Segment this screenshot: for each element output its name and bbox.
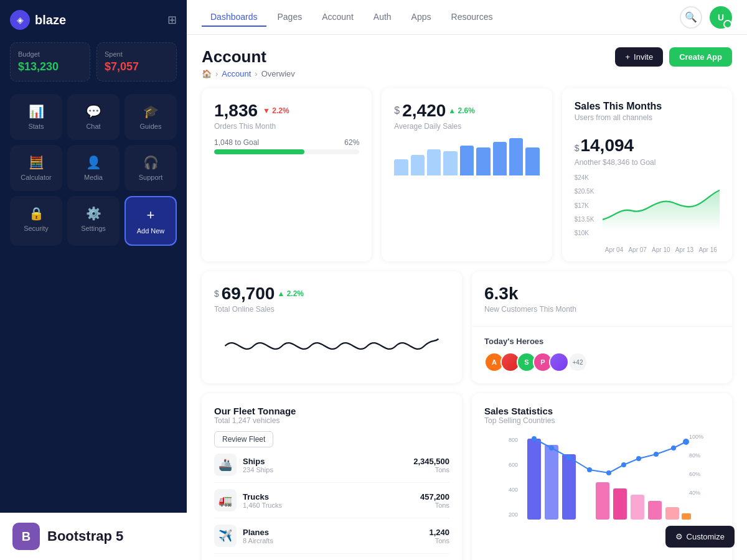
- svg-point-18: [621, 462, 626, 467]
- svg-text:100%: 100%: [689, 434, 703, 440]
- online-dollar: $: [214, 289, 219, 299]
- guides-label: Guides: [140, 123, 162, 130]
- review-fleet-button[interactable]: Review Fleet: [214, 431, 273, 447]
- budget-label: Budget: [18, 50, 82, 58]
- plane-icon: ✈️: [214, 525, 237, 547]
- orders-label: Orders This Month: [214, 122, 359, 131]
- settings-icon: ⚙️: [86, 206, 101, 221]
- online-sales-top: $ 69,700 ▲ 2.2% Total Online Sales: [202, 271, 462, 383]
- daily-sales-label: Average Daily Sales: [394, 122, 539, 131]
- nav-grid: 📊 Stats 💬 Chat 🎓 Guides 🧮 Calculator 👤 M…: [10, 94, 177, 246]
- sidebar-item-stats[interactable]: 📊 Stats: [10, 94, 62, 140]
- bar-6: [476, 147, 490, 175]
- breadcrumb-home[interactable]: 🏠: [202, 69, 212, 78]
- svg-point-19: [636, 456, 641, 461]
- breadcrumb: 🏠 › Account › Overwiev: [202, 69, 295, 78]
- ships-unit: Tons: [413, 466, 449, 474]
- x-label-2: Apr 07: [628, 246, 646, 253]
- online-sales-card: $ 69,700 ▲ 2.2% Total Online Sales: [202, 271, 462, 383]
- add-new-label: Add New: [137, 227, 165, 235]
- nav-link-apps[interactable]: Apps: [403, 8, 440, 27]
- customize-icon: ⚙: [675, 532, 683, 541]
- add-new-icon: +: [147, 207, 155, 223]
- page-content: Account 🏠 › Account › Overwiev + Invite …: [187, 35, 747, 560]
- sidebar-item-chat[interactable]: 💬 Chat: [67, 94, 120, 140]
- top-nav-links: Dashboards Pages Account Auth Apps Resou…: [202, 8, 501, 27]
- planes-name: Planes: [243, 528, 273, 537]
- mini-bar-chart: [394, 138, 539, 175]
- trucks-count: 1,460 Trucks: [243, 502, 282, 509]
- sidebar-item-calculator[interactable]: 🧮 Calculator: [10, 145, 62, 191]
- customers-value: 6.3k: [484, 284, 519, 303]
- spent-label: Spent: [105, 50, 169, 58]
- search-button[interactable]: 🔍: [680, 6, 702, 29]
- trucks-value: 457,200: [420, 492, 449, 502]
- planes-unit: Tons: [429, 537, 449, 544]
- hero-5: [549, 352, 569, 372]
- orders-change: ▼ 2.2%: [263, 106, 289, 115]
- svg-rect-11: [665, 507, 679, 520]
- svg-rect-8: [613, 488, 627, 520]
- progress-bar-fill: [214, 149, 304, 154]
- customize-label: Customize: [687, 532, 725, 541]
- daily-sales-change: ▲ 2.6%: [448, 106, 475, 115]
- sidebar-item-add-new[interactable]: + Add New: [125, 196, 177, 246]
- stats-row-1: 1,836 ▼ 2.2% Orders This Month 1,048 to …: [202, 88, 732, 261]
- user-avatar[interactable]: U: [710, 6, 732, 29]
- sidebar-item-support[interactable]: 🎧 Support: [125, 145, 177, 191]
- svg-point-21: [671, 446, 676, 450]
- bar-9: [525, 147, 539, 175]
- goal-pct: 62%: [344, 138, 359, 147]
- y-label-2: $20.5K: [575, 188, 603, 195]
- nav-link-resources[interactable]: Resources: [443, 8, 502, 27]
- heroes-label: Today's Heroes: [484, 337, 720, 346]
- media-label: Media: [84, 174, 103, 181]
- nav-link-pages[interactable]: Pages: [269, 8, 311, 27]
- budget-value: $13,230: [18, 60, 82, 73]
- svg-point-20: [654, 452, 659, 457]
- bar-7: [493, 142, 507, 175]
- bar-8: [509, 138, 523, 175]
- online-sales-label: Total Online Sales: [214, 305, 449, 314]
- sidebar-item-media[interactable]: 👤 Media: [67, 145, 120, 191]
- chat-icon: 💬: [86, 104, 101, 119]
- sidebar-item-security[interactable]: 🔒 Security: [10, 196, 62, 246]
- nav-link-dashboards[interactable]: Dashboards: [202, 8, 266, 27]
- y-label-5: $10K: [575, 230, 603, 236]
- orders-progress: 1,048 to Goal 62%: [214, 138, 359, 154]
- sidebar-logo: ◈ blaze: [10, 10, 66, 30]
- security-label: Security: [24, 225, 49, 232]
- create-app-button[interactable]: Create App: [669, 47, 732, 67]
- x-label-4: Apr 13: [675, 246, 693, 253]
- goal-label: 1,048 to Goal: [214, 138, 259, 147]
- menu-icon[interactable]: ⊞: [167, 13, 177, 27]
- calculator-icon: 🧮: [29, 155, 44, 170]
- customize-button[interactable]: ⚙ Customize: [665, 526, 735, 548]
- fleet-row-trains: 🚂 Trains 804,300: [214, 554, 449, 560]
- stats-row-2: $ 69,700 ▲ 2.2% Total Online Sales: [202, 271, 732, 383]
- online-sales-value: 69,700: [222, 284, 275, 304]
- svg-rect-4: [527, 439, 541, 520]
- bar-2: [411, 155, 425, 175]
- svg-text:80%: 80%: [689, 452, 700, 459]
- page-title-area: Account 🏠 › Account › Overwiev: [202, 47, 295, 78]
- stats-label: Stats: [28, 123, 44, 130]
- y-labels: $24K $20.5K $17K $13.5K $10K: [575, 174, 603, 236]
- x-label-5: Apr 16: [698, 246, 716, 253]
- bottom-row: Our Fleet Tonnage Total 1,247 vehicles R…: [202, 393, 732, 560]
- planes-value: 1,240: [429, 528, 449, 537]
- invite-button[interactable]: + Invite: [615, 47, 663, 67]
- page-title: Account: [202, 47, 295, 67]
- customers-top: 6.3k New Customers This Month: [472, 271, 732, 326]
- support-icon: 🎧: [143, 155, 159, 170]
- fleet-sub: Total 1,247 vehicles: [214, 416, 449, 425]
- heroes-section: Today's Heroes A S P +42: [472, 326, 732, 382]
- nav-link-auth[interactable]: Auth: [365, 8, 400, 27]
- daily-sales-value: 2,420: [402, 101, 446, 121]
- sidebar-item-settings[interactable]: ⚙️ Settings: [67, 196, 120, 246]
- orders-value: 1,836: [214, 101, 258, 121]
- sidebar-item-guides[interactable]: 🎓 Guides: [125, 94, 177, 140]
- breadcrumb-account[interactable]: Account: [222, 69, 251, 78]
- nav-link-account[interactable]: Account: [313, 8, 362, 27]
- sales-stats-sub: Top Selling Countries: [484, 416, 720, 425]
